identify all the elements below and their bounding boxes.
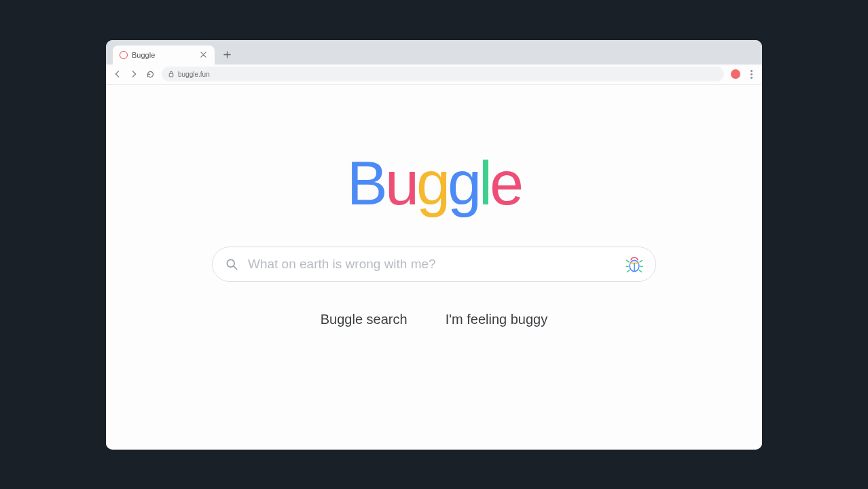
search-box[interactable] [212,247,656,282]
browser-toolbar: buggle.fun [106,65,762,85]
logo-letter: B [347,153,385,214]
logo-letter: l [479,153,490,214]
bug-icon[interactable] [626,255,643,273]
search-input[interactable] [248,257,616,272]
feeling-buggy-button[interactable]: I'm feeling buggy [446,312,548,327]
reload-button[interactable] [145,69,155,79]
profile-avatar[interactable] [731,69,740,79]
logo-letter: g [448,153,479,214]
svg-line-9 [627,270,629,271]
logo-letter: e [490,153,521,214]
lock-icon [168,71,174,77]
button-row: Buggle search I'm feeling buggy [321,312,547,327]
svg-line-6 [640,260,642,261]
tab-title: Buggle [132,51,155,59]
svg-line-5 [627,260,629,261]
tab-bar: Buggle [106,40,762,65]
browser-menu-icon[interactable] [747,70,755,79]
search-icon [225,257,238,271]
svg-line-2 [234,266,237,269]
search-button[interactable]: Buggle search [321,312,408,327]
svg-rect-0 [169,73,173,77]
close-tab-icon[interactable] [198,50,208,60]
browser-window: Buggle buggle.fun [106,40,762,450]
svg-line-10 [639,270,641,271]
back-button[interactable] [113,69,122,79]
address-bar[interactable]: buggle.fun [162,67,724,82]
forward-button[interactable] [129,69,139,79]
logo: Buggle [347,153,521,214]
new-tab-button[interactable] [219,47,235,63]
page-content: Buggle [106,85,762,450]
favicon-icon [120,51,128,59]
browser-tab[interactable]: Buggle [113,46,215,65]
logo-letter: u [385,153,416,214]
logo-letter: g [416,153,448,214]
address-url: buggle.fun [178,71,210,78]
